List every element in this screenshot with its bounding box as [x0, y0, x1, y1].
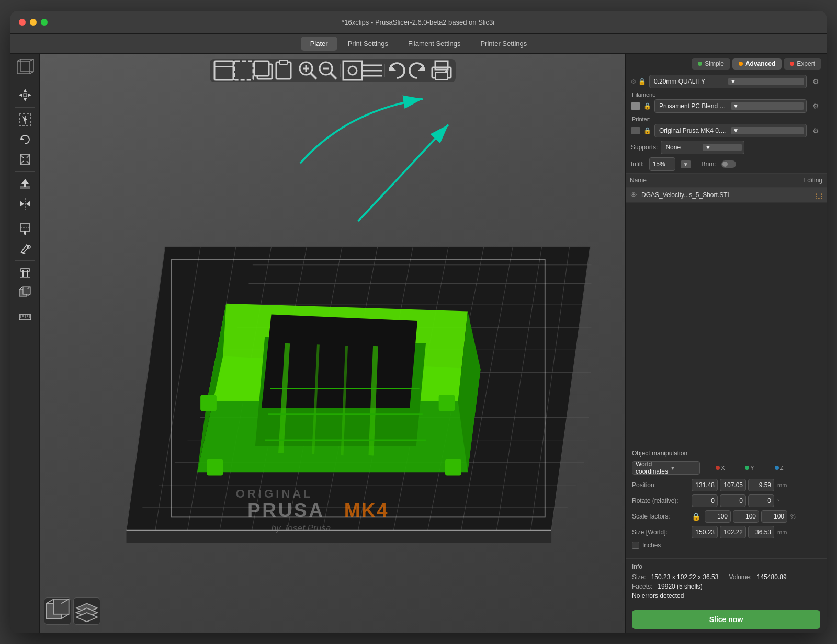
printer-value: Original Prusa MK4 0.4 nozzle [657, 127, 731, 134]
y-axis-label: Y [737, 465, 763, 471]
paint-tool[interactable] [14, 239, 36, 258]
z-label-text: Z [780, 465, 784, 471]
svg-marker-5 [24, 89, 27, 92]
main-window: *16xclips - PrusaSlicer-2.6.0-beta2 base… [10, 11, 827, 633]
z-axis-label: Z [766, 465, 792, 471]
scale-x-input[interactable] [705, 510, 731, 523]
world-coordinates-dropdown[interactable]: World coordinates ▼ [632, 461, 700, 475]
filament-label: Filament: [631, 91, 821, 98]
inches-label: Inches [642, 542, 661, 549]
svg-line-18 [27, 161, 30, 164]
inches-checkbox[interactable] [632, 542, 639, 549]
supports-dropdown[interactable]: None ▼ [661, 141, 744, 154]
slice-now-button[interactable]: Slice now [632, 610, 820, 629]
scale-y-input[interactable] [733, 510, 759, 523]
xyz-axis-labels: X Y Z [707, 465, 792, 471]
rotate-x-input[interactable] [692, 494, 718, 507]
rotate-y-input[interactable] [720, 494, 746, 507]
supports-value: None [663, 144, 703, 151]
place-tool[interactable] [14, 175, 36, 193]
printer-gear[interactable]: ⚙ [810, 125, 821, 136]
maximize-button[interactable] [41, 19, 48, 26]
scale-tool[interactable] [14, 150, 36, 169]
size-z-input[interactable] [748, 526, 774, 538]
info-errors-row: No errors detected [632, 592, 820, 600]
svg-line-15 [20, 155, 24, 158]
svg-marker-7 [19, 94, 22, 97]
info-volume-label: Volume: [729, 573, 751, 581]
select-tool[interactable] [14, 110, 36, 129]
coord-header: World coordinates ▼ X Y [632, 461, 820, 475]
move-tool[interactable] [14, 86, 36, 105]
y-label-text: Y [750, 465, 754, 471]
rotate-unit: ° [777, 498, 779, 504]
tab-filament-settings[interactable]: Filament Settings [399, 37, 470, 51]
minimize-button[interactable] [30, 19, 37, 26]
rotate-z-input[interactable] [748, 494, 774, 507]
print-settings-dropdown[interactable]: 0.20mm QUALITY ▼ [649, 75, 807, 88]
scale-label: Scale factors: [632, 513, 689, 520]
filament-gear[interactable]: ⚙ [810, 100, 821, 112]
ruler-tool[interactable] [14, 308, 36, 327]
layers-view-btn[interactable] [73, 597, 100, 625]
filament-color-swatch [631, 102, 640, 110]
infill-input[interactable] [649, 157, 675, 171]
filament-arrow[interactable]: ▼ [731, 102, 805, 110]
size-row: Size [World]: mm [632, 526, 820, 538]
right-panel: Simple Advanced Expert ⚙ 🔒 [625, 54, 827, 633]
support-tool[interactable] [14, 263, 36, 282]
view-cube-tool[interactable] [14, 283, 36, 302]
printer-arrow[interactable]: ▼ [731, 127, 805, 134]
info-size-value: 150.23 x 102.22 x 36.53 [651, 573, 719, 581]
world-coord-label: World coordinates [636, 461, 668, 475]
expert-mode-btn[interactable]: Expert [784, 58, 821, 70]
mode-buttons-container: Simple Advanced Expert [626, 54, 827, 73]
svg-rect-9 [24, 94, 27, 97]
rotate-tool[interactable] [14, 130, 36, 149]
tab-plater[interactable]: Plater [301, 37, 337, 51]
position-x-input[interactable] [692, 479, 718, 491]
3d-viewport[interactable]: ORIGINAL PRUSA MK4 by Josef Prusa [40, 54, 625, 633]
info-size-label: Size: [632, 573, 646, 581]
object-edit-icon[interactable]: ⬚ [816, 191, 822, 199]
print-settings-gear[interactable]: ⚙ [810, 76, 821, 87]
size-x-input[interactable] [692, 526, 718, 538]
simple-mode-btn[interactable]: Simple [692, 58, 730, 70]
position-z-input[interactable] [748, 479, 774, 491]
y-dot [745, 466, 749, 470]
mirror-tool[interactable] [14, 194, 36, 213]
object-visibility-icon[interactable]: 👁 [630, 191, 637, 199]
position-y-input[interactable] [720, 479, 746, 491]
x-label-text: X [721, 465, 725, 471]
svg-text:by Josef Prusa: by Josef Prusa [272, 523, 331, 533]
tab-printer-settings[interactable]: Printer Settings [471, 37, 536, 51]
filament-dropdown[interactable]: Prusament PC Blend Carbon Fiber ▼ [654, 99, 807, 113]
main-viewport[interactable]: ORIGINAL PRUSA MK4 by Josef Prusa [40, 54, 625, 633]
close-button[interactable] [19, 19, 26, 26]
print-settings-arrow[interactable]: ▼ [728, 78, 805, 85]
infill-arrow[interactable]: ▼ [681, 160, 691, 168]
brim-toggle[interactable] [721, 160, 736, 168]
scale-lock-icon[interactable]: 🔒 [692, 512, 700, 521]
z-dot [775, 466, 779, 470]
advanced-mode-btn[interactable]: Advanced [732, 58, 782, 70]
info-facets-value: 19920 (5 shells) [658, 583, 702, 590]
info-errors-value: No errors detected [632, 592, 684, 600]
table-row[interactable]: 👁 DGAS_Velocity...s_5_Short.STL ⬚ [626, 188, 827, 203]
scale-z-input[interactable] [761, 510, 787, 523]
rotate-row: Rotate (relative): ° [632, 494, 820, 507]
tab-print-settings[interactable]: Print Settings [338, 37, 398, 51]
printer-dropdown[interactable]: Original Prusa MK4 0.4 nozzle ▼ [654, 124, 807, 137]
menu-bar: Plater Print Settings Filament Settings … [10, 34, 827, 54]
supports-label: Supports: [631, 144, 658, 151]
size-y-input[interactable] [720, 526, 746, 538]
position-row: Position: mm [632, 479, 820, 491]
svg-marker-116 [127, 530, 552, 543]
supports-arrow[interactable]: ▼ [703, 144, 742, 151]
size-label: Size [World]: [632, 528, 689, 536]
name-column-header: Name [630, 177, 647, 184]
info-size-row: Size: 150.23 x 102.22 x 36.53 Volume: 14… [632, 573, 820, 581]
cut-tool[interactable] [14, 219, 36, 238]
nav-cube-tool[interactable] [14, 58, 36, 80]
x-dot [716, 466, 720, 470]
